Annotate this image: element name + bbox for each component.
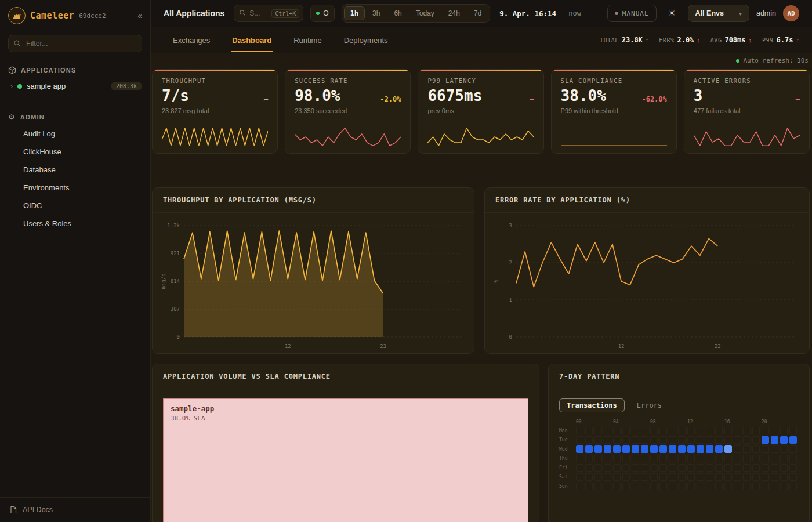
main-area: All Applications S... Ctrl+K O 1h3h6hTod… <box>151 0 812 522</box>
kpi-value: 38.0% <box>561 88 606 103</box>
heatmap-hour-label <box>697 419 704 425</box>
heatmap-cell <box>650 427 658 434</box>
app-root: Cameleer 69dcce2 « APPLICATIONS › sample… <box>0 0 812 522</box>
document-icon <box>9 506 17 514</box>
heatmap-tab-errors[interactable]: Errors <box>629 398 669 412</box>
heatmap-cell <box>743 445 751 453</box>
time-range-24h[interactable]: 24h <box>442 6 466 20</box>
heatmap-cell <box>669 483 676 490</box>
heatmap-hour-label: 00 <box>576 419 583 425</box>
heatmap-cell <box>613 445 621 453</box>
heatmap-cell <box>659 455 667 462</box>
heatmap-cell <box>594 427 602 434</box>
sidebar-collapse-button[interactable]: « <box>137 11 142 20</box>
sidebar-item-oidc[interactable]: OIDC <box>0 197 150 215</box>
heatmap-cell <box>650 483 658 490</box>
heatmap-cell <box>715 427 723 434</box>
time-range-1h[interactable]: 1h <box>344 6 365 20</box>
heatmap-cell <box>752 427 760 434</box>
heatmap-grid: 000408121620MonTueWedThuFriSatSun <box>559 419 799 490</box>
auto-refresh-status: Auto-refresh: 30s <box>152 53 810 69</box>
heatmap-cell <box>594 455 602 462</box>
time-separator: – <box>560 9 564 18</box>
manual-refresh-button[interactable]: MANUAL <box>607 5 657 22</box>
heatmap-cell <box>604 473 611 481</box>
kpi-row: THROUGHPUT7/s–23.827 msg totalSUCCESS RA… <box>152 69 810 180</box>
kpi-sparkline <box>561 125 667 147</box>
applications-section-header: APPLICATIONS <box>0 63 150 78</box>
heatmap-cell <box>669 445 676 453</box>
sidebar-item-audit-log[interactable]: Audit Log <box>0 125 150 143</box>
sidebar-item-environments[interactable]: Environments <box>0 179 150 197</box>
heatmap-cell <box>678 455 686 462</box>
heatmap-cell <box>762 455 769 462</box>
heatmap-cell <box>594 483 602 490</box>
heatmap-hour-label <box>715 419 723 425</box>
heatmap-cell <box>659 464 667 472</box>
heatmap-cell <box>604 455 611 462</box>
heatmap-cell <box>678 445 686 453</box>
time-range-today[interactable]: Today <box>409 6 441 20</box>
kpi-title: P99 LATENCY <box>427 77 534 84</box>
heatmap-cell <box>585 464 593 472</box>
treemap-cell-sample-app[interactable]: sample-app 38.0% SLA <box>163 398 528 522</box>
heatmap-hour-label <box>789 419 797 425</box>
sidebar-item-sample-app[interactable]: › sample app 208.3k <box>0 78 150 95</box>
svg-text:307: 307 <box>171 306 180 312</box>
search-shortcut-kbd: Ctrl+K <box>271 9 299 18</box>
kpi-title: ACTIVE ERRORS <box>694 77 800 84</box>
heatmap-cell <box>632 436 639 444</box>
heatmap-cell <box>771 473 778 481</box>
heatmap-cell <box>687 464 695 472</box>
sidebar-item-users-roles[interactable]: Users & Roles <box>0 215 150 233</box>
heatmap-cell <box>789 455 797 462</box>
global-search-input[interactable]: S... Ctrl+K <box>234 5 303 22</box>
heatmap-cell <box>594 473 602 481</box>
heatmap-cell <box>752 473 760 481</box>
online-status-button[interactable]: O <box>310 5 334 22</box>
kpi-subtext: prev 0ms <box>427 107 534 114</box>
time-range-7d[interactable]: 7d <box>467 6 488 20</box>
tab-deployments[interactable]: Deployments <box>343 28 389 52</box>
sidebar-item-database[interactable]: Database <box>0 161 150 179</box>
heatmap-cell <box>585 427 593 434</box>
tab-exchanges[interactable]: Exchanges <box>172 28 211 52</box>
heatmap-cell <box>734 455 741 462</box>
api-docs-link[interactable]: API Docs <box>0 497 150 522</box>
heatmap-hour-label <box>594 419 602 425</box>
heatmap-cell <box>678 473 686 481</box>
heatmap-cell <box>604 464 611 472</box>
heatmap-cell <box>622 455 630 462</box>
sidebar-item-clickhouse[interactable]: ClickHouse <box>0 143 150 161</box>
heatmap-cell <box>650 436 658 444</box>
avatar[interactable]: AD <box>783 5 799 21</box>
heatmap-cell <box>780 455 788 462</box>
svg-text:msg/s: msg/s <box>161 273 166 289</box>
kpi-sparkline <box>295 125 401 147</box>
env-select[interactable]: All Envs ▾ <box>688 5 749 22</box>
heatmap-cell <box>604 445 611 453</box>
heatmap-cell <box>659 445 667 453</box>
heatmap-cell <box>632 473 639 481</box>
search-icon <box>13 39 21 49</box>
time-range-3h[interactable]: 3h <box>366 6 386 20</box>
error-rate-chart-card: ERROR RATE BY APPLICATION (%) 32101223% <box>484 187 810 354</box>
heatmap-cell <box>780 483 788 490</box>
tabbar: ExchangesDashboardRuntimeDeployments TOT… <box>151 27 812 53</box>
heatmap-cell <box>641 464 648 472</box>
heatmap-cell <box>604 436 611 444</box>
heatmap-cell <box>669 436 676 444</box>
tab-runtime[interactable]: Runtime <box>292 28 322 52</box>
heatmap-tab-transactions[interactable]: Transactions <box>559 398 625 412</box>
heatmap-cell <box>604 483 611 490</box>
time-range-6h[interactable]: 6h <box>387 6 408 20</box>
heatmap-cell <box>678 464 686 472</box>
heatmap-hour-label <box>604 419 611 425</box>
sidebar-filter-input[interactable] <box>8 35 142 52</box>
theme-toggle-button[interactable]: ☀ <box>664 5 681 22</box>
heatmap-day-label: Sun <box>559 484 574 489</box>
tab-dashboard[interactable]: Dashboard <box>231 28 273 52</box>
throughput-chart-title: THROUGHPUT BY APPLICATION (MSG/S) <box>153 188 474 213</box>
heatmap-cell <box>604 427 611 434</box>
bottom-row: APPLICATION VOLUME VS SLA COMPLIANCE sam… <box>152 364 810 522</box>
